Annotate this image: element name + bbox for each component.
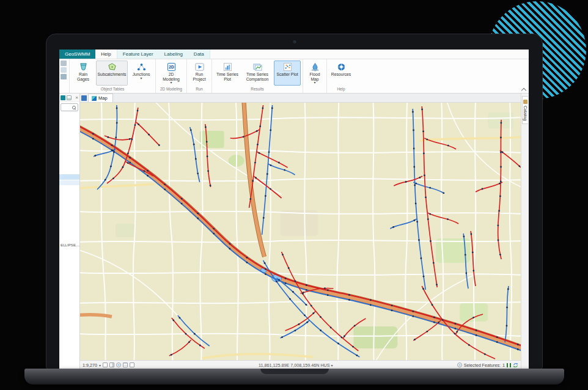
time-series-plot-label: Time Series Plot [216, 72, 239, 81]
group-label-2d-modeling: 2D Modeling [158, 86, 185, 93]
pane-icon[interactable] [81, 95, 87, 101]
tab-feature-layer[interactable]: Feature Layer [117, 50, 159, 59]
run-project-label: Run Project [191, 72, 208, 81]
group-label-run: Run [189, 86, 210, 93]
resources-button[interactable]: Resources [329, 61, 353, 86]
layers-tool-icon[interactable] [109, 362, 114, 367]
scale-dropdown[interactable]: 1:9,270 [83, 362, 97, 368]
run-project-button[interactable]: Run Project [189, 61, 210, 86]
coordinates-readout[interactable]: 11,861,125.89E 7,008,159.46N HUS ▾ [138, 362, 454, 368]
contextual-tab-group: Feature Layer Labeling Data [117, 50, 210, 59]
tab-labeling[interactable]: Labeling [159, 50, 188, 59]
pan-tool-icon[interactable] [103, 362, 108, 367]
pause-bar-icon[interactable] [510, 363, 511, 367]
globe-tool-icon[interactable] [116, 362, 121, 367]
group-help: Resources Help [327, 59, 355, 93]
view-tab-strip: Map [80, 94, 521, 103]
2d-modeling-button[interactable]: 2D 2D Modeling ▾ [158, 61, 185, 86]
rain-gages-button[interactable]: Rain Gages [72, 61, 95, 86]
app-window: GeoSWMM Help Feature Layer Labeling Data [59, 50, 529, 369]
clipped-ribbon-group [59, 59, 70, 93]
laptop-frame: GeoSWMM Help Feature Layer Labeling Data [46, 34, 543, 369]
junctions-button[interactable]: Junctions ▾ [129, 61, 153, 86]
dropdown-caret-icon: ▾ [170, 81, 172, 84]
resources-label: Resources [331, 72, 351, 77]
selection-status-icon[interactable] [457, 362, 462, 367]
snap-tool-icon[interactable] [130, 362, 134, 367]
flood-map-label: Flood Map [307, 72, 323, 81]
group-object-tables: Rain Gages Subcatchments Junctions ▾ [70, 59, 156, 93]
scatter-plot-button[interactable]: Scatter Plot [274, 61, 301, 86]
subcatchments-label: Subcatchments [98, 72, 127, 77]
2d-modeling-label: 2D Modeling [160, 72, 183, 81]
sync-icon[interactable] [513, 362, 518, 368]
time-series-comparison-button[interactable]: Time Series Comparison [242, 61, 273, 86]
selected-features-count: 1 [502, 362, 505, 368]
junctions-icon [136, 62, 147, 72]
run-icon [194, 62, 205, 72]
grid-tool-icon[interactable] [123, 362, 128, 367]
catalog-tab[interactable]: Catalog [522, 96, 528, 124]
scatter-plot-icon [282, 62, 293, 72]
group-label-results: Results [214, 86, 301, 93]
flood-map-button[interactable]: Flood Map ▾ [305, 61, 325, 86]
map-view-tab[interactable]: Map [88, 94, 113, 102]
selected-list-row[interactable] [59, 174, 79, 180]
list-row[interactable] [59, 180, 79, 185]
close-icon[interactable]: × [75, 95, 78, 100]
clipped-tool-icon[interactable] [61, 61, 67, 66]
tab-data[interactable]: Data [188, 50, 210, 59]
dropdown-caret-icon: ▾ [140, 77, 142, 79]
flood-map-icon [310, 62, 320, 72]
map-viewport[interactable] [80, 103, 521, 360]
left-panel: × ELLIPSE,... [59, 94, 80, 369]
group-flood: Flood Map ▾ [303, 59, 327, 93]
truncated-list-item[interactable]: ELLIPSE,... [61, 243, 80, 247]
chevron-down-icon: ▾ [99, 363, 101, 367]
clipped-tool-icon[interactable] [61, 67, 67, 73]
panel-list-icon[interactable] [67, 95, 72, 100]
laptop-base [24, 369, 564, 384]
group-label-object-tables: Object Tables [72, 86, 153, 93]
group-2d-modeling: 2D 2D Modeling ▾ 2D Modeling [156, 59, 187, 93]
clipped-tool-icon[interactable] [61, 74, 67, 79]
map-column: Map [80, 94, 521, 369]
group-run: Run Project Run [187, 59, 212, 93]
ribbon-tabbar: GeoSWMM Help Feature Layer Labeling Data [59, 50, 529, 59]
content-row: × ELLIPSE,... Map [59, 94, 529, 369]
panel-tool-icon[interactable] [61, 95, 65, 100]
ribbon: Rain Gages Subcatchments Junctions ▾ [59, 59, 529, 94]
rain-gage-icon [78, 62, 89, 72]
catalog-icon [523, 100, 527, 104]
map-tab-icon [92, 96, 97, 101]
time-series-comparison-label: Time Series Comparison [244, 72, 271, 81]
ribbon-collapse-button[interactable] [521, 87, 526, 91]
map-canvas [80, 103, 521, 360]
subcatchment-icon [107, 62, 117, 72]
webcam-icon [293, 40, 296, 43]
pause-bar-icon[interactable] [507, 363, 508, 367]
search-input[interactable] [62, 105, 72, 109]
chevron-down-icon: ▾ [331, 364, 333, 367]
time-series-plot-button[interactable]: Time Series Plot [214, 61, 241, 86]
tab-geoswmm[interactable]: GeoSWMM [59, 50, 95, 59]
rain-gages-label: Rain Gages [73, 72, 93, 81]
group-results: Time Series Plot Time Series Comparison … [212, 59, 303, 93]
tab-help[interactable]: Help [95, 50, 116, 59]
panel-search-box [61, 103, 78, 111]
selected-features-label: Selected Features: [464, 362, 501, 368]
2d-modeling-icon: 2D [166, 62, 177, 72]
map-tab-label: Map [98, 95, 108, 101]
dropdown-caret-icon: ▾ [314, 81, 315, 84]
resources-icon [336, 62, 347, 72]
group-label-flood [305, 86, 325, 93]
subcatchments-button[interactable]: Subcatchments [96, 61, 128, 86]
time-series-plot-icon [222, 62, 233, 72]
left-panel-toolbar: × [59, 94, 79, 102]
catalog-label: Catalog [523, 106, 527, 120]
search-icon [72, 106, 76, 109]
scatter-plot-label: Scatter Plot [276, 72, 298, 77]
group-label-help: Help [329, 86, 353, 93]
svg-text:2D: 2D [169, 65, 174, 69]
coordinates-text: 11,861,125.89E 7,008,159.46N HUS [259, 362, 330, 368]
